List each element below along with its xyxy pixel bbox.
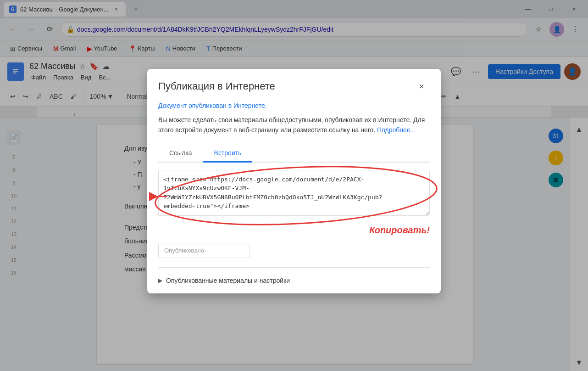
copy-label: Копировать! bbox=[369, 225, 430, 236]
published-row: Опубликовано bbox=[158, 243, 430, 258]
dialog-header: Публикация в Интернете × bbox=[147, 69, 441, 95]
tab-embed[interactable]: Встроить bbox=[203, 145, 253, 163]
dialog-close-button[interactable]: × bbox=[413, 78, 430, 95]
published-section-label: Опубликованные материалы и настройки bbox=[166, 277, 290, 284]
expand-icon: ▶ bbox=[158, 277, 162, 284]
embed-box: <iframe src="https://docs.google.com/doc… bbox=[158, 170, 430, 218]
published-dropdown-value: Опубликовано bbox=[164, 247, 204, 254]
dialog-description: Вы можете сделать свои материалы общедос… bbox=[158, 115, 430, 135]
copy-area: Копировать! bbox=[158, 225, 430, 236]
published-link[interactable]: Документ опубликован в Интернете. bbox=[158, 102, 430, 109]
tab-link[interactable]: Ссылка bbox=[158, 145, 203, 163]
learn-more-link[interactable]: Подробнее... bbox=[377, 126, 416, 134]
dialog-body: Документ опубликован в Интернете. Вы мож… bbox=[147, 95, 441, 293]
dialog-tabs: Ссылка Встроить bbox=[158, 145, 430, 163]
publish-dialog: Публикация в Интернете × Документ опубли… bbox=[147, 69, 441, 293]
embed-code-textarea[interactable]: <iframe src="https://docs.google.com/doc… bbox=[158, 170, 430, 216]
published-section: ▶ Опубликованные материалы и настройки bbox=[158, 267, 430, 286]
dialog-title: Публикация в Интернете bbox=[158, 80, 275, 92]
dialog-overlay: Публикация в Интернете × Документ опубли… bbox=[0, 0, 588, 371]
published-dropdown[interactable]: Опубликовано bbox=[158, 243, 250, 258]
published-section-header[interactable]: ▶ Опубликованные материалы и настройки bbox=[158, 275, 430, 286]
